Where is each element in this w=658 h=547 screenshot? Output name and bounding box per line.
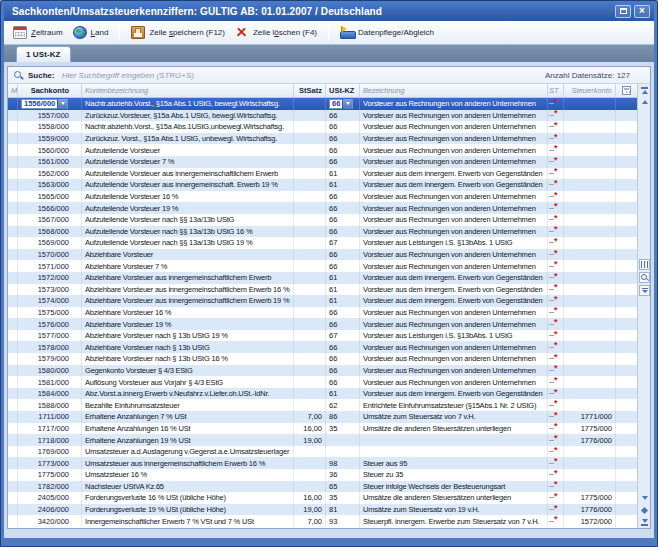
column-header-stk[interactable]: Steuerkonto <box>564 84 616 97</box>
table-row[interactable]: 1578/000Abziehbare Vorsteuer nach § 13b … <box>8 341 637 353</box>
cell-marker <box>8 434 18 446</box>
table-row[interactable]: 1566/000Aufzuteilende Vorsteuer 19 %66Vo… <box>8 202 637 214</box>
table-row[interactable]: 1563/000Aufzuteilende Vorsteuer aus inne… <box>8 179 637 191</box>
vertical-scrollbar[interactable] <box>637 84 650 528</box>
cell-sachkonto: 1560/000 <box>18 144 82 156</box>
cell-bezeichnung: Vorsteuer aus Rechnungen von anderen Unt… <box>360 353 548 365</box>
table-row[interactable]: 1711/000Erhaltene Anzahlungen 7 % USt7,0… <box>8 411 637 423</box>
cell-st: * <box>548 446 564 458</box>
scroll-page-button[interactable] <box>638 504 650 516</box>
grid-options-button[interactable] <box>639 259 650 270</box>
cell-stsatz <box>294 341 326 353</box>
cell-kontenbezeichnung: Aufzuteilende Vorsteuer 16 % <box>82 191 294 203</box>
tab-ust-kz[interactable]: 1 USt-KZ <box>16 46 71 62</box>
table-row[interactable]: 1558/000Nachtr.abziehb.Vorst., §15a Abs.… <box>8 121 637 133</box>
search-input[interactable] <box>60 70 540 81</box>
toolbar-button-calendar[interactable]: Zeitraum <box>8 24 68 41</box>
ust-kz-combo[interactable]: 66 <box>329 99 353 109</box>
cell-ust-kz: 36 <box>326 469 360 481</box>
cell-sachkonto: 1569/000 <box>18 237 82 249</box>
close-button[interactable]: × <box>634 5 650 18</box>
dropdown-button[interactable] <box>342 99 352 109</box>
cell-spacer <box>616 156 637 168</box>
zoom-button[interactable] <box>639 272 650 283</box>
table-row[interactable]: 1574/000Abziehbare Vorsteuer aus innerge… <box>8 295 637 307</box>
table-row[interactable]: 1572/000Abziehbare Vorsteuer aus innerge… <box>8 272 637 284</box>
cell-marker <box>8 121 18 133</box>
cell-bezeichnung: Umsätze die anderen Steuersätzen unterli… <box>360 423 548 435</box>
table-row[interactable]: 1561/000Aufzuteilende Vorsteuer 7 %66Vor… <box>8 156 637 168</box>
cell-marker <box>8 260 18 272</box>
table-row[interactable]: 1775/000Umsatzsteuer 16 %36Steuer zu 35* <box>8 469 637 481</box>
table-row[interactable]: 1575/000Abziehbare Vorsteuer 16 %66Vorst… <box>8 307 637 319</box>
tax-pin-icon: * <box>549 414 558 420</box>
cell-steuerkonto <box>564 237 616 249</box>
scroll-up-button[interactable] <box>638 96 650 108</box>
table-row[interactable]: 1577/000Abziehbare Vorsteuer nach § 13b … <box>8 330 637 342</box>
cell-steuerkonto <box>564 249 616 261</box>
toolbar-button-delete[interactable]: Zeile löschen (F4) <box>230 24 322 41</box>
cell-steuerkonto <box>564 469 616 481</box>
filter-icon <box>642 288 648 294</box>
table-row[interactable]: 1773/000Umsatzsteuer aus innergemeinscha… <box>8 457 637 469</box>
toolbar-button-sync[interactable]: Datenpflege/Abgleich <box>335 24 439 41</box>
table-row[interactable]: 1569/000Aufzuteilende Vorsteuer nach §§ … <box>8 237 637 249</box>
table-row[interactable]: 1568/000Aufzuteilende Vorsteuer nach §§ … <box>8 226 637 238</box>
table-row[interactable]: 2405/000Forderungsverluste 16 % USt (übl… <box>8 492 637 504</box>
cell-kontenbezeichnung: Erhaltene Anzahlungen 19 % USt <box>82 434 294 446</box>
filter-button[interactable] <box>639 285 650 296</box>
table-row[interactable]: 1717/000Erhaltene Anzahlungen 16 % USt16… <box>8 423 637 435</box>
table-row[interactable]: 2406/000Forderungsverluste 19 % USt (übl… <box>8 504 637 516</box>
cell-spacer <box>616 504 637 516</box>
column-header-kz[interactable]: USt-KZ <box>326 84 360 97</box>
cell-steuerkonto <box>564 365 616 377</box>
cell-sachkonto: 1572/000 <box>18 272 82 284</box>
table-row[interactable]: 1562/000Aufzuteilende Vorsteuer aus inne… <box>8 168 637 180</box>
table-row[interactable]: 1581/000Auflösung Vorsteuer aus Vorjahr … <box>8 376 637 388</box>
column-header-name[interactable]: Kontenbezeichnung <box>82 84 294 97</box>
table-row[interactable]: 1579/000Abziehbare Vorsteuer nach § 13b … <box>8 353 637 365</box>
cell-marker <box>8 295 18 307</box>
cell-spacer <box>616 168 637 180</box>
scroll-to-top-button[interactable] <box>638 84 650 96</box>
column-header-satz[interactable]: StSatz <box>294 84 326 97</box>
table-row[interactable]: 1769/000Umsatzsteuer a.d.Auslagerung v.G… <box>8 446 637 458</box>
column-header-bez[interactable]: Bezeichnung <box>360 84 548 97</box>
table-row[interactable]: 1570/000Abziehbare Vorsteuer66Vorsteuer … <box>8 249 637 261</box>
table-row[interactable]: 1560/000Aufzuteilende Vorsteuer66Vorsteu… <box>8 144 637 156</box>
table-row[interactable]: 1782/000Nachsteuer UStVA Kz.6565Steuer i… <box>8 481 637 493</box>
column-header-m[interactable]: M <box>8 84 18 97</box>
dropdown-button[interactable] <box>57 99 67 109</box>
toolbar-button-globe[interactable]: Land <box>68 24 114 41</box>
table-row[interactable]: 1718/000Erhaltene Anzahlungen 19 % USt19… <box>8 434 637 446</box>
cell-sachkonto: 1773/000 <box>18 457 82 469</box>
cell-st: * <box>548 388 564 400</box>
sachkonto-combo[interactable]: 1556/000 <box>21 99 68 109</box>
column-header-konto[interactable]: Sachkonto <box>18 84 82 97</box>
table-row[interactable]: 1573/000Abziehbare Vorsteuer aus innerge… <box>8 284 637 296</box>
table-row[interactable]: 1580/000Gegenkonto Vorsteuer § 4/3 EStG6… <box>8 365 637 377</box>
cell-spacer <box>616 179 637 191</box>
table-row[interactable]: 1557/000Zurückzuz.Vorsteuer, §15a Abs.1 … <box>8 110 637 122</box>
table-row[interactable]: 1556/000Nachtr.abziehb.Vorst., §15a Abs.… <box>8 98 637 110</box>
table-row[interactable]: 1584/000Abz.Vorst.a.innerg.Erwerb v.Neuf… <box>8 388 637 400</box>
table-row[interactable]: 1565/000Aufzuteilende Vorsteuer 16 %66Vo… <box>8 191 637 203</box>
table-row[interactable]: 1571/000Abziehbare Vorsteuer 7 %66Vorste… <box>8 260 637 272</box>
table-row[interactable]: 1576/000Abziehbare Vorsteuer 19 %66Vorst… <box>8 318 637 330</box>
cell-spacer <box>616 295 637 307</box>
cell-bezeichnung: Vorsteuer aus Leistungen i.S. §13bAbs. 1… <box>360 330 548 342</box>
table-row[interactable]: 3420/000Innergemeinschaftlicher Erwerb 7… <box>8 515 637 527</box>
cell-st: * <box>548 481 564 493</box>
scroll-down-button[interactable] <box>638 492 650 504</box>
column-chooser[interactable] <box>616 84 637 97</box>
toolbar-button-save[interactable]: Zeile speichern (F12) <box>126 24 230 41</box>
table-row[interactable]: 1588/000Bezahlte Einfuhrumsatzsteuer62En… <box>8 399 637 411</box>
table-row[interactable]: 1559/000Zurückzuz. Vorst., §15a Abs.1 US… <box>8 133 637 145</box>
cell-stsatz <box>294 284 326 296</box>
column-header-st[interactable]: ST <box>548 84 564 97</box>
scroll-to-bottom-button[interactable] <box>638 516 650 528</box>
restore-button[interactable] <box>615 5 631 18</box>
cell-sachkonto: 1557/000 <box>18 110 82 122</box>
table-row[interactable]: 1567/000Aufzuteilende Vorsteuer nach §§ … <box>8 214 637 226</box>
cell-kontenbezeichnung: Abziehbare Vorsteuer nach § 13b UStG 16 … <box>82 353 294 365</box>
